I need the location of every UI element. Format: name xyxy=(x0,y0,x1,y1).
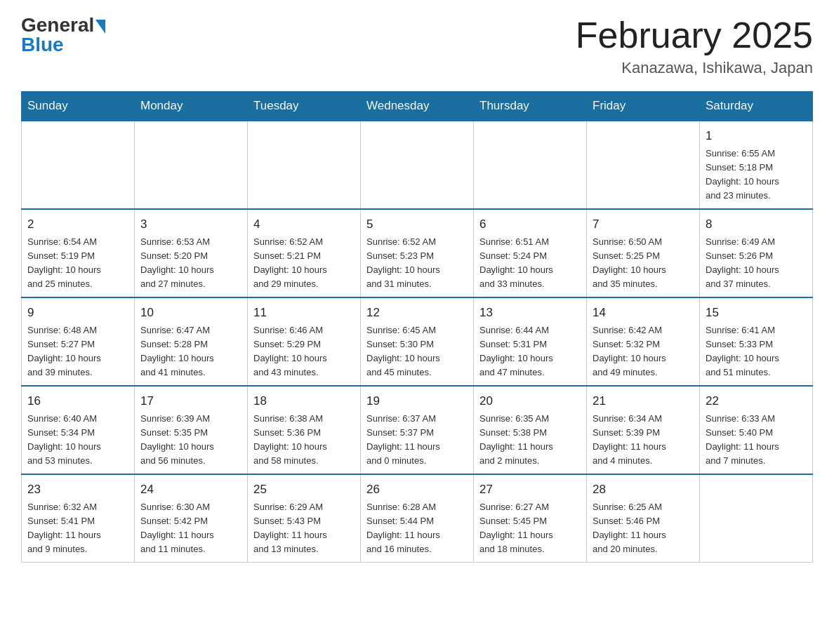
calendar-cell: 7Sunrise: 6:50 AMSunset: 5:25 PMDaylight… xyxy=(587,209,700,297)
calendar-cell xyxy=(248,121,361,209)
day-number: 2 xyxy=(27,215,128,234)
day-number: 5 xyxy=(366,215,468,234)
weekday-header-thursday: Thursday xyxy=(474,92,587,121)
calendar-cell: 25Sunrise: 6:29 AMSunset: 5:43 PMDayligh… xyxy=(248,474,361,563)
calendar-cell: 9Sunrise: 6:48 AMSunset: 5:27 PMDaylight… xyxy=(22,297,135,386)
day-number: 21 xyxy=(593,392,694,410)
day-info: Sunrise: 6:52 AMSunset: 5:21 PMDaylight:… xyxy=(253,235,355,292)
calendar-cell: 22Sunrise: 6:33 AMSunset: 5:40 PMDayligh… xyxy=(700,386,813,474)
calendar-cell: 3Sunrise: 6:53 AMSunset: 5:20 PMDaylight… xyxy=(135,209,248,297)
day-number: 1 xyxy=(706,127,807,145)
calendar-cell xyxy=(700,474,813,563)
day-number: 20 xyxy=(479,392,581,410)
day-info: Sunrise: 6:53 AMSunset: 5:20 PMDaylight:… xyxy=(140,235,241,292)
day-number: 19 xyxy=(366,392,468,410)
calendar-cell: 15Sunrise: 6:41 AMSunset: 5:33 PMDayligh… xyxy=(700,297,813,386)
calendar-cell: 14Sunrise: 6:42 AMSunset: 5:32 PMDayligh… xyxy=(587,297,700,386)
calendar-cell: 2Sunrise: 6:54 AMSunset: 5:19 PMDaylight… xyxy=(22,209,135,297)
day-info: Sunrise: 6:33 AMSunset: 5:40 PMDaylight:… xyxy=(706,412,807,469)
day-number: 12 xyxy=(366,304,468,322)
calendar-cell: 8Sunrise: 6:49 AMSunset: 5:26 PMDaylight… xyxy=(700,209,813,297)
weekday-header-saturday: Saturday xyxy=(700,92,813,121)
weekday-header-wednesday: Wednesday xyxy=(361,92,474,121)
day-info: Sunrise: 6:54 AMSunset: 5:19 PMDaylight:… xyxy=(27,235,128,292)
calendar-cell: 6Sunrise: 6:51 AMSunset: 5:24 PMDaylight… xyxy=(474,209,587,297)
day-info: Sunrise: 6:46 AMSunset: 5:29 PMDaylight:… xyxy=(253,323,355,380)
day-info: Sunrise: 6:39 AMSunset: 5:35 PMDaylight:… xyxy=(140,412,241,469)
day-number: 6 xyxy=(479,215,581,234)
calendar-cell: 24Sunrise: 6:30 AMSunset: 5:42 PMDayligh… xyxy=(135,474,248,563)
day-info: Sunrise: 6:35 AMSunset: 5:38 PMDaylight:… xyxy=(479,412,581,469)
weekday-header-monday: Monday xyxy=(135,92,248,121)
day-info: Sunrise: 6:25 AMSunset: 5:46 PMDaylight:… xyxy=(593,500,694,557)
day-info: Sunrise: 6:51 AMSunset: 5:24 PMDaylight:… xyxy=(479,235,581,292)
calendar-cell: 10Sunrise: 6:47 AMSunset: 5:28 PMDayligh… xyxy=(135,297,248,386)
day-number: 15 xyxy=(706,304,807,322)
day-number: 16 xyxy=(27,392,128,410)
week-row-3: 9Sunrise: 6:48 AMSunset: 5:27 PMDaylight… xyxy=(22,297,813,386)
logo: General Blue xyxy=(21,14,105,56)
calendar-table: SundayMondayTuesdayWednesdayThursdayFrid… xyxy=(21,91,813,563)
week-row-4: 16Sunrise: 6:40 AMSunset: 5:34 PMDayligh… xyxy=(22,386,813,474)
logo-triangle-icon xyxy=(95,20,105,34)
day-info: Sunrise: 6:29 AMSunset: 5:43 PMDaylight:… xyxy=(253,500,355,557)
logo-blue-text: Blue xyxy=(21,34,64,56)
calendar-cell xyxy=(135,121,248,209)
weekday-header-tuesday: Tuesday xyxy=(248,92,361,121)
day-number: 22 xyxy=(706,392,807,410)
day-number: 9 xyxy=(27,304,128,322)
day-number: 18 xyxy=(253,392,355,410)
day-number: 26 xyxy=(366,481,468,499)
day-info: Sunrise: 6:28 AMSunset: 5:44 PMDaylight:… xyxy=(366,500,468,557)
day-info: Sunrise: 6:37 AMSunset: 5:37 PMDaylight:… xyxy=(366,412,468,469)
calendar-cell: 4Sunrise: 6:52 AMSunset: 5:21 PMDaylight… xyxy=(248,209,361,297)
week-row-2: 2Sunrise: 6:54 AMSunset: 5:19 PMDaylight… xyxy=(22,209,813,297)
calendar-cell: 16Sunrise: 6:40 AMSunset: 5:34 PMDayligh… xyxy=(22,386,135,474)
day-number: 28 xyxy=(593,481,694,499)
month-title: February 2025 xyxy=(576,14,813,56)
day-info: Sunrise: 6:49 AMSunset: 5:26 PMDaylight:… xyxy=(706,235,807,292)
day-info: Sunrise: 6:52 AMSunset: 5:23 PMDaylight:… xyxy=(366,235,468,292)
day-number: 23 xyxy=(27,481,128,499)
calendar-cell: 26Sunrise: 6:28 AMSunset: 5:44 PMDayligh… xyxy=(361,474,474,563)
day-number: 4 xyxy=(253,215,355,234)
day-number: 27 xyxy=(479,481,581,499)
week-row-5: 23Sunrise: 6:32 AMSunset: 5:41 PMDayligh… xyxy=(22,474,813,563)
calendar-cell: 12Sunrise: 6:45 AMSunset: 5:30 PMDayligh… xyxy=(361,297,474,386)
day-info: Sunrise: 6:27 AMSunset: 5:45 PMDaylight:… xyxy=(479,500,581,557)
calendar-cell: 21Sunrise: 6:34 AMSunset: 5:39 PMDayligh… xyxy=(587,386,700,474)
calendar-cell: 5Sunrise: 6:52 AMSunset: 5:23 PMDaylight… xyxy=(361,209,474,297)
calendar-cell: 23Sunrise: 6:32 AMSunset: 5:41 PMDayligh… xyxy=(22,474,135,563)
calendar-cell xyxy=(587,121,700,209)
week-row-1: 1Sunrise: 6:55 AMSunset: 5:18 PMDaylight… xyxy=(22,121,813,209)
day-info: Sunrise: 6:34 AMSunset: 5:39 PMDaylight:… xyxy=(593,412,694,469)
day-number: 11 xyxy=(253,304,355,322)
day-info: Sunrise: 6:55 AMSunset: 5:18 PMDaylight:… xyxy=(706,147,807,203)
calendar-cell: 18Sunrise: 6:38 AMSunset: 5:36 PMDayligh… xyxy=(248,386,361,474)
calendar-cell: 28Sunrise: 6:25 AMSunset: 5:46 PMDayligh… xyxy=(587,474,700,563)
day-info: Sunrise: 6:50 AMSunset: 5:25 PMDaylight:… xyxy=(593,235,694,292)
day-info: Sunrise: 6:47 AMSunset: 5:28 PMDaylight:… xyxy=(140,323,241,380)
calendar-cell: 1Sunrise: 6:55 AMSunset: 5:18 PMDaylight… xyxy=(700,121,813,209)
calendar-cell: 19Sunrise: 6:37 AMSunset: 5:37 PMDayligh… xyxy=(361,386,474,474)
day-number: 25 xyxy=(253,481,355,499)
title-section: February 2025 Kanazawa, Ishikawa, Japan xyxy=(576,14,813,77)
day-number: 14 xyxy=(593,304,694,322)
location-title: Kanazawa, Ishikawa, Japan xyxy=(576,59,813,77)
day-info: Sunrise: 6:42 AMSunset: 5:32 PMDaylight:… xyxy=(593,323,694,380)
day-number: 24 xyxy=(140,481,241,499)
weekday-header-row: SundayMondayTuesdayWednesdayThursdayFrid… xyxy=(22,92,813,121)
weekday-header-friday: Friday xyxy=(587,92,700,121)
day-info: Sunrise: 6:30 AMSunset: 5:42 PMDaylight:… xyxy=(140,500,241,557)
day-number: 10 xyxy=(140,304,241,322)
calendar-cell: 17Sunrise: 6:39 AMSunset: 5:35 PMDayligh… xyxy=(135,386,248,474)
calendar-cell xyxy=(361,121,474,209)
calendar-cell xyxy=(22,121,135,209)
day-number: 13 xyxy=(479,304,581,322)
day-info: Sunrise: 6:38 AMSunset: 5:36 PMDaylight:… xyxy=(253,412,355,469)
day-number: 3 xyxy=(140,215,241,234)
day-info: Sunrise: 6:48 AMSunset: 5:27 PMDaylight:… xyxy=(27,323,128,380)
day-number: 17 xyxy=(140,392,241,410)
calendar-cell: 13Sunrise: 6:44 AMSunset: 5:31 PMDayligh… xyxy=(474,297,587,386)
day-number: 7 xyxy=(593,215,694,234)
